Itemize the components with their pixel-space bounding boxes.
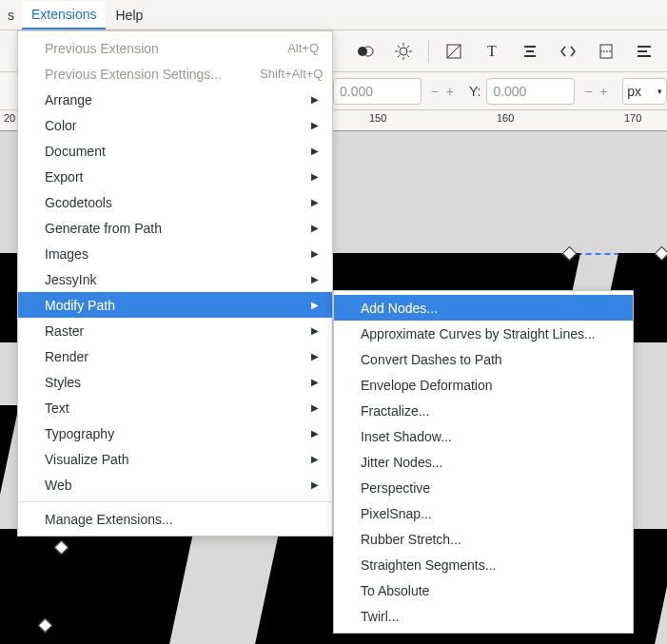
- y-increment[interactable]: +: [596, 78, 611, 105]
- ext-gcodetools[interactable]: Gcodetools▶: [18, 189, 332, 215]
- menu-item-label: PixelSnap...: [361, 506, 432, 521]
- submenu-arrow-icon: ▶: [283, 325, 319, 336]
- svg-line-9: [398, 55, 400, 57]
- y-field[interactable]: 0.000: [486, 78, 575, 105]
- mask-icon[interactable]: [441, 38, 467, 65]
- extensions-menu: Previous ExtensionAlt+QPrevious Extensio…: [17, 30, 333, 537]
- menu-item-label: Images: [45, 246, 88, 262]
- menu-help[interactable]: Help: [106, 2, 152, 29]
- menu-item-label: Envelope Deformation: [361, 378, 493, 393]
- modify-path-submenu: Add Nodes...Approximate Curves by Straig…: [333, 290, 634, 634]
- menu-item-label: Modify Path: [45, 298, 115, 313]
- ext-visualize-path[interactable]: Visualize Path▶: [18, 446, 332, 472]
- ext-document[interactable]: Document▶: [18, 138, 332, 164]
- x-decrement[interactable]: −: [427, 78, 442, 105]
- modpath-convert-dashes-to-path[interactable]: Convert Dashes to Path: [334, 346, 633, 372]
- modpath-fractalize[interactable]: Fractalize...: [334, 398, 633, 423]
- xml-icon[interactable]: [555, 38, 581, 65]
- x-field[interactable]: 0.000: [333, 78, 422, 105]
- x-spinner[interactable]: − +: [427, 78, 458, 105]
- swatch-icon[interactable]: [352, 38, 379, 65]
- menu-item-label: Twirl...: [361, 609, 399, 624]
- menu-item-label: Document: [45, 144, 106, 159]
- ruler-label: 20: [4, 112, 15, 124]
- modpath-jitter-nodes[interactable]: Jitter Nodes...: [334, 449, 633, 475]
- unit-select[interactable]: px ▾: [622, 78, 667, 105]
- svg-point-0: [358, 47, 367, 56]
- ruler-label: 170: [624, 112, 641, 124]
- ext-arrange[interactable]: Arrange▶: [18, 87, 332, 112]
- menubar-clipped: s: [0, 2, 22, 29]
- modpath-to-absolute[interactable]: To Absolute: [334, 577, 633, 603]
- ext-color[interactable]: Color▶: [18, 112, 332, 138]
- modpath-twirl[interactable]: Twirl...: [334, 603, 633, 629]
- submenu-arrow-icon: ▶: [283, 300, 319, 310]
- ext-styles[interactable]: Styles▶: [18, 369, 332, 395]
- ext-generate-from-path[interactable]: Generate from Path▶: [18, 215, 332, 241]
- ext-web[interactable]: Web▶: [18, 472, 332, 498]
- modpath-add-nodes[interactable]: Add Nodes...: [334, 295, 633, 321]
- ext-images[interactable]: Images▶: [18, 241, 332, 266]
- svg-line-8: [407, 55, 409, 57]
- submenu-arrow-icon: ▶: [283, 428, 319, 439]
- ext-jessyink[interactable]: JessyInk▶: [18, 266, 332, 292]
- x-increment[interactable]: +: [442, 78, 458, 105]
- menu-item-label: Add Nodes...: [361, 301, 438, 316]
- modpath-envelope-deformation[interactable]: Envelope Deformation: [334, 372, 633, 398]
- menu-item-label: Previous Extension: [45, 41, 159, 56]
- text-icon[interactable]: T: [479, 38, 505, 65]
- modpath-inset-shadow[interactable]: Inset Shadow...: [334, 423, 633, 449]
- menu-item-label: Web: [45, 478, 72, 493]
- y-decrement[interactable]: −: [580, 78, 596, 105]
- ext-manage-extensions[interactable]: Manage Extensions...: [18, 506, 332, 532]
- svg-text:T: T: [487, 43, 497, 59]
- menu-item-label: Rubber Stretch...: [361, 532, 461, 547]
- ext-previous-extension: Previous ExtensionAlt+Q: [18, 35, 332, 61]
- modpath-approximate-curves-by-straight-lines[interactable]: Approximate Curves by Straight Lines...: [334, 321, 633, 346]
- brightness-icon[interactable]: [390, 38, 417, 65]
- submenu-arrow-icon: ▶: [283, 197, 319, 207]
- submenu-arrow-icon: ▶: [283, 94, 319, 105]
- menu-item-label: Perspective: [361, 480, 430, 496]
- menu-item-label: Typography: [45, 426, 114, 441]
- modpath-perspective[interactable]: Perspective: [334, 475, 633, 500]
- menu-item-label: Generate from Path: [45, 221, 162, 236]
- modpath-rubber-stretch[interactable]: Rubber Stretch...: [334, 526, 633, 552]
- unit-value: px: [627, 84, 641, 99]
- ruler-label: 160: [497, 112, 514, 124]
- submenu-arrow-icon: ▶: [283, 146, 319, 156]
- modpath-straighten-segments[interactable]: Straighten Segments...: [334, 552, 633, 577]
- menu-item-label: Render: [45, 349, 88, 364]
- chevron-down-icon: ▾: [657, 87, 662, 96]
- y-spinner[interactable]: − +: [580, 78, 611, 105]
- ext-text[interactable]: Text▶: [18, 395, 332, 420]
- ext-typography[interactable]: Typography▶: [18, 420, 332, 446]
- menu-item-label: Visualize Path: [45, 452, 128, 467]
- menu-item-label: Raster: [45, 323, 84, 339]
- submenu-arrow-icon: ▶: [283, 171, 319, 182]
- guides-icon[interactable]: [593, 38, 619, 65]
- menu-item-label: To Absolute: [361, 583, 429, 598]
- menu-item-label: Approximate Curves by Straight Lines...: [361, 326, 596, 342]
- svg-line-10: [407, 46, 409, 48]
- menu-extensions[interactable]: Extensions: [22, 1, 106, 29]
- ext-modify-path[interactable]: Modify Path▶: [18, 292, 332, 318]
- toolbar-separator: [428, 40, 429, 63]
- svg-line-7: [398, 46, 400, 48]
- menu-item-label: Straighten Segments...: [361, 557, 496, 573]
- ext-raster[interactable]: Raster▶: [18, 318, 332, 343]
- modpath-pixelsnap[interactable]: PixelSnap...: [334, 500, 633, 526]
- justify-icon[interactable]: [631, 38, 657, 65]
- align-icon[interactable]: [517, 38, 543, 65]
- ext-export[interactable]: Export▶: [18, 164, 332, 189]
- menu-shortcut: Alt+Q: [287, 41, 319, 55]
- submenu-arrow-icon: ▶: [283, 223, 319, 233]
- ext-previous-extension-settings: Previous Extension Settings...Shift+Alt+…: [18, 61, 332, 87]
- menu-separator: [18, 501, 332, 502]
- svg-point-2: [400, 48, 407, 55]
- submenu-arrow-icon: ▶: [283, 377, 319, 387]
- ext-render[interactable]: Render▶: [18, 343, 332, 369]
- menu-item-label: Arrange: [45, 92, 92, 107]
- submenu-arrow-icon: ▶: [283, 274, 319, 284]
- menu-item-label: Gcodetools: [45, 195, 112, 210]
